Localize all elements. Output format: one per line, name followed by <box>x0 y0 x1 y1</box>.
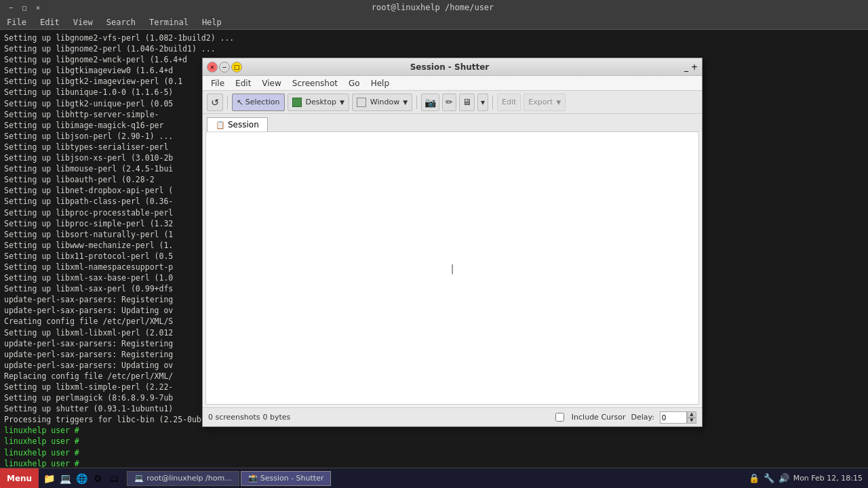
shutter-tabs: 📋 Session <box>203 114 702 131</box>
taskbar-icon-browser[interactable]: 🌐 <box>74 471 89 486</box>
shutter-menu-go[interactable]: Go <box>343 77 366 89</box>
taskbar-terminal-label: root@linuxhelp /hom... <box>146 474 232 483</box>
taskbar-shutter-label: Session - Shutter <box>260 474 324 483</box>
camera-icon-button[interactable]: 📷 <box>421 94 439 111</box>
terminal-line: Setting up libgnome2-vfs-perl (1.082-1bu… <box>4 33 864 43</box>
delay-input[interactable] <box>660 411 687 424</box>
systray-icon-volume: 🔊 <box>778 473 789 483</box>
screen-icon: 🖥 <box>462 97 471 107</box>
taskbar-shutter-icon: 📸 <box>248 474 258 483</box>
systray-icon-network: 🔒 <box>749 473 760 483</box>
shutter-menu-screenshot[interactable]: Screenshot <box>287 77 343 89</box>
include-cursor-checkbox[interactable] <box>555 413 564 422</box>
window-dropdown-arrow[interactable]: ▼ <box>403 99 408 106</box>
text-cursor-indicator: | <box>451 263 454 274</box>
camera-icon: 📷 <box>425 97 436 108</box>
shutter-toolbar: ↺ ↖ Selection Desktop ▼ Window ▼ 📷 ✏ <box>203 91 702 114</box>
toolbar-separator-2 <box>416 96 417 109</box>
terminal-line: Setting up libgnome2-perl (1.046-2build1… <box>4 43 864 54</box>
taskbar-icon-terminal[interactable]: 💻 <box>58 471 73 486</box>
taskbar-icon-app2[interactable]: 🗂 <box>106 471 121 486</box>
taskbar-icon-files[interactable]: 📁 <box>41 471 56 486</box>
shutter-title: Session - Shutter <box>242 62 657 72</box>
taskbar-terminal-icon: 💻 <box>134 474 144 483</box>
selection-label: Selection <box>245 98 280 106</box>
delay-spin-up[interactable]: ▲ <box>687 411 696 418</box>
window-icon <box>357 98 366 107</box>
delay-control: ▲ ▼ <box>660 411 696 424</box>
taskbar-systray: 🔒 🔧 🔊 Mon Feb 12, 18:15 <box>743 473 868 483</box>
shutter-statusbar: 0 screenshots 0 bytes Include Cursor Del… <box>203 407 702 426</box>
more-icon: ▾ <box>481 98 485 107</box>
export-label: Export <box>528 98 553 106</box>
terminal-prompt-line: linuxhelp user # <box>4 447 864 458</box>
delay-spinner: ▲ ▼ <box>687 411 696 424</box>
terminal-close-button[interactable]: × <box>33 2 43 13</box>
terminal-minimize-button[interactable]: − <box>5 2 16 13</box>
shutter-menu-edit[interactable]: Edit <box>230 77 256 89</box>
start-button[interactable]: Menu <box>0 468 39 488</box>
shutter-window: × − □ Session - Shutter _ + File Edit Vi… <box>202 58 703 427</box>
export-dropdown-arrow[interactable]: ▼ <box>556 99 561 106</box>
toolbar-separator-3 <box>492 96 493 109</box>
shutter-maximize-button[interactable]: □ <box>231 62 242 73</box>
terminal-wm-buttons: − □ × <box>5 2 43 13</box>
systray-clock: Mon Feb 12, 18:15 <box>793 474 863 483</box>
shutter-right-controls: _ + <box>657 62 698 72</box>
reload-button[interactable]: ↺ <box>207 94 223 111</box>
more-button[interactable]: ▾ <box>477 94 488 111</box>
shutter-menubar: File Edit View Screenshot Go Help <box>203 76 702 91</box>
session-tab[interactable]: 📋 Session <box>207 117 268 131</box>
selection-cursor-icon: ↖ <box>237 98 243 107</box>
taskbar-quick-launch: 📁 💻 🌐 ⚙ 🗂 <box>39 471 124 486</box>
bytes-count: 0 bytes <box>263 413 291 422</box>
reload-icon: ↺ <box>211 97 219 108</box>
taskbar-terminal-window[interactable]: 💻 root@linuxhelp /hom... <box>127 471 239 486</box>
shutter-menu-file[interactable]: File <box>205 77 230 89</box>
shutter-content-area: | <box>205 131 699 405</box>
screen-icon-button[interactable]: 🖥 <box>459 94 475 111</box>
pencil-icon-button[interactable]: ✏ <box>442 94 456 111</box>
delay-spin-down[interactable]: ▼ <box>687 418 696 424</box>
taskbar-shutter-window[interactable]: 📸 Session - Shutter <box>241 471 332 486</box>
terminal-prompt-line: linuxhelp user # <box>4 436 864 447</box>
screenshots-count: 0 screenshots <box>208 413 260 422</box>
shutter-titlebar-icon1: _ <box>684 62 688 72</box>
terminal-menu-view[interactable]: View <box>66 16 100 28</box>
desktop-icon <box>292 98 302 107</box>
terminal-menu-file[interactable]: File <box>0 16 33 28</box>
terminal-prompt-line: linuxhelp user # <box>4 458 864 468</box>
taskbar: Menu 📁 💻 🌐 ⚙ 🗂 💻 root@linuxhelp /hom... … <box>0 468 868 488</box>
desktop-label: Desktop <box>306 98 336 106</box>
statusbar-left: 0 screenshots 0 bytes <box>208 413 290 422</box>
shutter-close-button[interactable]: × <box>207 62 218 73</box>
statusbar-right: Include Cursor Delay: ▲ ▼ <box>555 411 696 424</box>
window-label: Window <box>370 98 399 106</box>
terminal-menu-search[interactable]: Search <box>100 16 142 28</box>
toolbar-separator-1 <box>227 96 228 109</box>
terminal-menu-help[interactable]: Help <box>195 16 229 28</box>
start-label: Menu <box>7 474 32 483</box>
desktop-button[interactable]: Desktop ▼ <box>288 94 349 111</box>
desktop-dropdown-arrow[interactable]: ▼ <box>340 99 344 106</box>
terminal-maximize-button[interactable]: □ <box>19 2 30 13</box>
session-tab-label: Session <box>228 120 259 129</box>
edit-button[interactable]: Edit <box>497 94 521 111</box>
session-tab-icon: 📋 <box>216 121 225 129</box>
shutter-menu-view[interactable]: View <box>256 77 286 89</box>
terminal-title: root@linuxhelp /home/user <box>43 3 822 12</box>
shutter-minimize-button[interactable]: − <box>219 62 230 73</box>
include-cursor-label: Include Cursor <box>572 413 626 422</box>
selection-button[interactable]: ↖ Selection <box>232 94 285 111</box>
shutter-menu-help[interactable]: Help <box>366 77 395 89</box>
taskbar-icon-app1[interactable]: ⚙ <box>90 471 105 486</box>
terminal-menubar: File Edit View Search Terminal Help <box>0 15 868 30</box>
terminal-titlebar: − □ × root@linuxhelp /home/user <box>0 0 868 15</box>
delay-label: Delay: <box>631 413 654 422</box>
export-button[interactable]: Export ▼ <box>524 94 566 111</box>
terminal-menu-edit[interactable]: Edit <box>33 16 66 28</box>
pencil-icon: ✏ <box>446 97 453 107</box>
systray-icon-tools: 🔧 <box>764 473 774 483</box>
terminal-menu-terminal[interactable]: Terminal <box>142 16 195 28</box>
window-button[interactable]: Window ▼ <box>352 94 412 111</box>
